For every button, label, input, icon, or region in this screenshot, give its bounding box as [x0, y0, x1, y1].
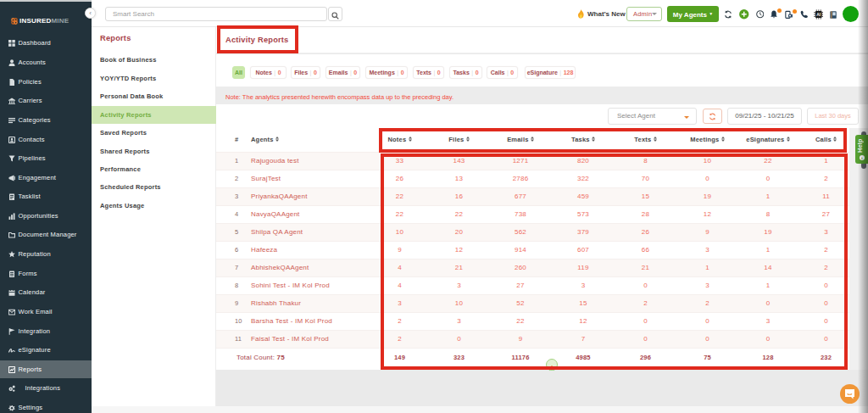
- svg-text:AI: AI: [816, 13, 821, 17]
